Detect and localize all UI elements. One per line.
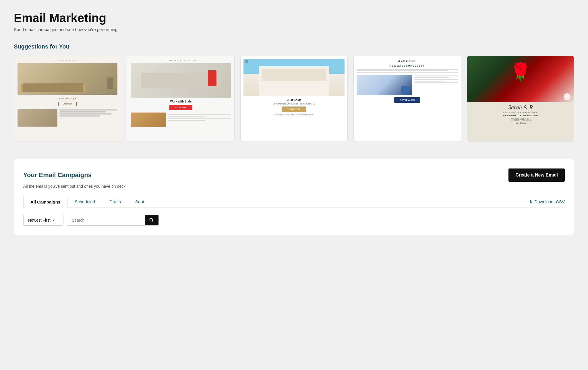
tabs-row: All Campaigns Scheduled Drafts Sent ⬇ Do… (23, 195, 565, 208)
card1-bottom (18, 108, 117, 127)
card2-label: Work with Style (170, 100, 191, 103)
card2-line-2 (167, 116, 205, 117)
card4-sl-2 (415, 77, 449, 78)
template-card-5[interactable]: → Sarah & R INVITE YOU TO SHARE IN THEIR… (467, 56, 574, 142)
card4-tl-1 (357, 69, 458, 70)
card4-bed-image (357, 75, 412, 95)
card2-button[interactable]: Order Now (169, 105, 192, 110)
download-csv-label: Download .CSV (534, 199, 565, 204)
search-icon (149, 218, 154, 222)
card5-floral (467, 56, 574, 102)
page-title: Email Marketing (14, 11, 574, 25)
download-csv-link[interactable]: ⬇ Download .CSV (529, 199, 565, 204)
card4-tl-3 (357, 72, 458, 73)
sort-label: Newest First (28, 218, 51, 222)
card2-bottom (131, 113, 231, 127)
card2-brand: COMFORT FURNITURE (165, 59, 197, 61)
card3-pin (245, 60, 248, 63)
suggestions-section: Suggestions for You STYLE HOME Work with… (14, 43, 574, 142)
chevron-down-icon: ▾ (53, 218, 55, 222)
card3-building (259, 66, 330, 96)
campaigns-section: Your Email Campaigns Create a New Email … (14, 159, 574, 235)
card3-button[interactable]: CONTACT US (282, 106, 306, 112)
card4-tl-2 (357, 70, 448, 71)
card5-script: Sarah & R (508, 104, 533, 111)
card1-button[interactable]: Order Now (58, 102, 77, 106)
card4-sl-5 (415, 82, 458, 83)
card4-sl-4 (415, 81, 445, 82)
card1-bottom-text (59, 109, 117, 127)
card4-button[interactable]: REVIEW US (394, 97, 420, 103)
tab-all-campaigns[interactable]: All Campaigns (23, 196, 67, 208)
card1-text-line-1 (59, 109, 117, 111)
card4-brand: ZEPSTAR (398, 59, 416, 62)
template-card-1[interactable]: STYLE HOME Work with Style Order Now (14, 56, 121, 142)
sort-dropdown[interactable]: Newest First ▾ (23, 215, 63, 226)
card4-side-text (415, 75, 458, 95)
template-card-4[interactable]: ZEPSTAR HOWWASYOURSLEEP? (353, 56, 461, 142)
card4-middle (357, 75, 458, 95)
search-wrapper (67, 215, 159, 226)
search-input[interactable] (67, 215, 145, 225)
card4-text-lines (357, 69, 458, 73)
card1-image (18, 63, 117, 95)
card2-bottom-text (167, 113, 231, 127)
card2-bottom-image (131, 113, 166, 127)
card5-venue: Hope Chapel (514, 122, 526, 124)
card5-invite: INVITE YOU TO SHARE IN THEIR (503, 112, 538, 114)
page-header: Email Marketing Send email campaigns and… (14, 11, 574, 32)
card2-desk (141, 73, 221, 88)
card1-label: Work with Style (59, 97, 76, 100)
tabs-list: All Campaigns Scheduled Drafts Sent (23, 195, 151, 208)
card3-address: 1836 Oakridge Street, Hutto Ranch, Austi… (273, 103, 315, 105)
card5-time: 4:00 IN THE AFTERNOON (510, 119, 531, 121)
card4-headline: HOWWASYOURSLEEP? (389, 65, 425, 67)
create-email-button[interactable]: Create a New Email (508, 168, 565, 182)
card3-title: Just Sold! (287, 98, 301, 102)
card2-image (131, 63, 231, 98)
card4-sl-1 (415, 75, 458, 76)
card4-sl-3 (415, 79, 458, 80)
card2-line-1 (167, 114, 231, 115)
download-icon: ⬇ (529, 199, 533, 204)
card2-line-3 (167, 118, 231, 119)
page-subtitle: Send email campaigns and see how you're … (14, 27, 574, 32)
search-button[interactable] (145, 215, 158, 225)
suggestions-heading: Suggestions for You (14, 43, 574, 50)
campaigns-header: Your Email Campaigns Create a New Email (23, 168, 565, 182)
card2-line-4 (167, 120, 205, 121)
card1-text-line-2 (59, 111, 106, 113)
card2-chair (208, 70, 216, 86)
card3-tagline: Sold over asking price. Yours could be n… (274, 114, 314, 116)
card1-brand: STYLE HOME (58, 59, 77, 61)
template-card-2[interactable]: COMFORT FURNITURE Work with Style Order … (127, 56, 234, 142)
card5-event: WEDDING CELEBRATION (503, 115, 538, 117)
card1-bottom-image (18, 109, 57, 127)
card1-text-line-3 (59, 113, 112, 115)
filters-row: Newest First ▾ (23, 215, 565, 226)
campaigns-subtitle: All the emails you've sent out and ones … (23, 184, 565, 189)
tab-scheduled[interactable]: Scheduled (67, 195, 102, 208)
card1-text-line-4 (59, 115, 100, 117)
svg-line-1 (152, 221, 154, 222)
tab-drafts[interactable]: Drafts (102, 195, 128, 208)
card3-image (243, 59, 345, 96)
campaigns-title: Your Email Campaigns (23, 171, 92, 179)
template-card-3[interactable]: Just Sold! 1836 Oakridge Street, Hutto R… (240, 56, 348, 142)
template-cards-list: STYLE HOME Work with Style Order Now (14, 56, 574, 142)
tab-sent[interactable]: Sent (128, 195, 151, 208)
